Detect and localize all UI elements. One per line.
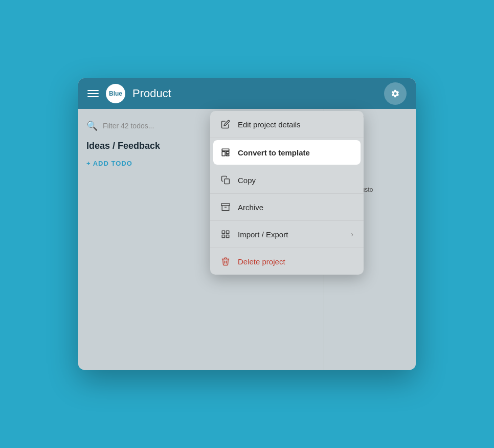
menu-item-copy[interactable]: Copy [210, 167, 364, 194]
svg-rect-6 [222, 235, 224, 238]
trash-icon [220, 256, 231, 266]
logo-circle: Blue [106, 84, 125, 103]
gear-icon [391, 89, 400, 98]
menu-label-delete: Delete project [238, 257, 353, 266]
dropdown-overlay[interactable]: Edit project details Convert to template [78, 109, 416, 370]
svg-rect-0 [224, 179, 230, 184]
copy-icon [220, 175, 231, 185]
menu-label-copy: Copy [238, 176, 353, 185]
app-window: Blue Product 🔍 Filter 42 todos... Ideas … [78, 78, 416, 370]
menu-item-edit-project-details[interactable]: Edit project details [210, 111, 364, 138]
menu-label-import: Import / Export [238, 230, 344, 239]
svg-rect-3 [222, 231, 224, 233]
import-icon [220, 229, 231, 239]
menu-item-convert-to-template[interactable]: Convert to template [213, 140, 361, 165]
menu-item-import-export[interactable]: Import / Export › [210, 221, 364, 248]
hamburger-button[interactable] [87, 90, 99, 97]
project-title: Product [132, 87, 377, 100]
dropdown-menu: Edit project details Convert to template [210, 111, 364, 275]
menu-label-edit: Edit project details [238, 120, 353, 129]
menu-label-archive: Archive [238, 203, 353, 212]
app-header: Blue Product [78, 78, 416, 109]
main-content: 🔍 Filter 42 todos... Ideas / Feedback + … [78, 109, 416, 370]
svg-rect-4 [227, 231, 229, 233]
menu-label-convert: Convert to template [238, 148, 353, 157]
archive-icon [220, 202, 231, 212]
edit-icon [220, 119, 231, 129]
menu-item-archive[interactable]: Archive [210, 194, 364, 221]
submenu-arrow-icon: › [351, 230, 353, 238]
svg-rect-1 [221, 204, 230, 206]
gear-button[interactable] [384, 82, 407, 105]
menu-item-delete-project[interactable]: Delete project [210, 248, 364, 275]
svg-rect-5 [227, 235, 229, 238]
logo-text: Blue [109, 90, 122, 97]
template-icon [220, 147, 231, 158]
